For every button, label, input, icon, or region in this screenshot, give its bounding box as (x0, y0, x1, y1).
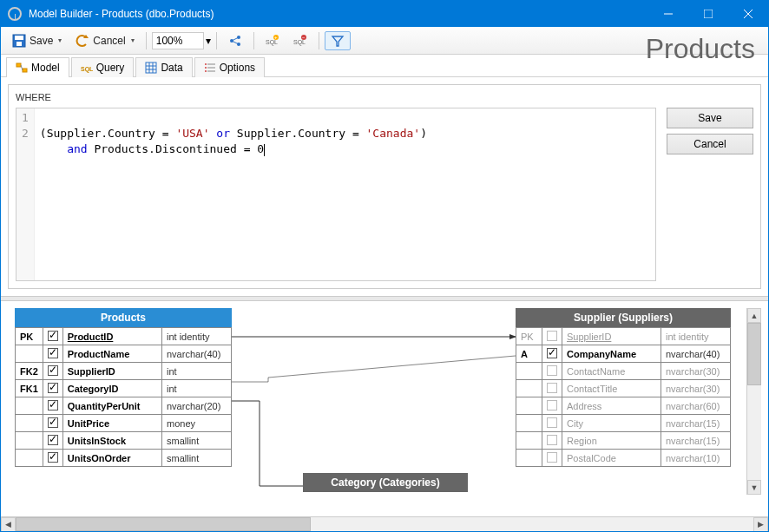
tab-options[interactable]: Options (194, 57, 265, 77)
column-name: SupplierID (62, 363, 161, 380)
entity-category[interactable]: Category (Categories) (303, 473, 468, 492)
column-checkbox[interactable] (43, 363, 62, 380)
minimize-button[interactable] (648, 1, 688, 27)
page-title: Products (646, 33, 755, 65)
scroll-down-button[interactable]: ▼ (747, 480, 761, 495)
entity-products[interactable]: Products PKProductIDint identityProductN… (15, 308, 232, 467)
sql-plus-icon: SQL+ (266, 34, 279, 48)
entity-column-row[interactable]: ProductNamenvarchar(40) (16, 345, 232, 363)
svg-rect-6 (16, 42, 22, 46)
entity-supplier[interactable]: Supplier (Suppliers) PKSupplierIDint ide… (516, 308, 731, 467)
entity-column-row[interactable]: UnitsInStocksmallint (16, 432, 232, 450)
column-name: Region (562, 432, 661, 450)
chevron-down-icon: ▾ (58, 36, 62, 44)
maximize-button[interactable] (688, 1, 728, 27)
key-cell: A (516, 345, 542, 363)
tab-model[interactable]: Model (6, 57, 69, 77)
entity-column-row[interactable]: UnitsOnOrdersmallint (16, 450, 232, 467)
entity-title[interactable]: Supplier (Suppliers) (516, 308, 731, 327)
app-icon (8, 7, 22, 21)
zoom-input[interactable] (152, 32, 204, 49)
zoom-combo[interactable]: ▾ (152, 32, 211, 49)
scroll-left-button[interactable]: ◀ (1, 517, 16, 532)
entity-title[interactable]: Category (Categories) (303, 473, 468, 492)
entity-column-row[interactable]: FK2SupplierIDint (16, 363, 232, 380)
entity-column-row[interactable]: Addressnvarchar(60) (516, 397, 731, 415)
entity-column-row[interactable]: PostalCodenvarchar(10) (516, 450, 731, 467)
column-type: smallint (162, 450, 232, 467)
save-button[interactable]: Save ▾ (6, 31, 68, 50)
key-cell (16, 397, 43, 415)
key-cell (16, 415, 43, 432)
entity-title[interactable]: Products (15, 308, 232, 327)
svg-line-12 (232, 41, 239, 44)
column-checkbox[interactable] (542, 345, 562, 363)
entity-column-row[interactable]: ACompanyNamenvarchar(40) (516, 345, 731, 363)
column-name: ProductID (62, 328, 161, 345)
where-cancel-button[interactable]: Cancel (667, 134, 753, 154)
svg-text:SQL: SQL (266, 39, 278, 46)
tab-data[interactable]: Data (135, 57, 192, 77)
entity-column-row[interactable]: ContactTitlenvarchar(30) (516, 380, 731, 397)
where-editor[interactable]: 1 2 (Supplier.Country = 'USA' or Supplie… (16, 108, 656, 281)
column-checkbox[interactable] (43, 345, 62, 363)
key-cell: PK (16, 328, 43, 345)
column-checkbox[interactable] (542, 415, 562, 432)
horizontal-scrollbar[interactable]: ◀ ▶ (1, 516, 768, 531)
column-checkbox[interactable] (43, 397, 62, 415)
key-cell (516, 363, 542, 380)
vertical-scrollbar[interactable]: ▲ ▼ (746, 308, 761, 495)
entity-column-row[interactable]: PKSupplierIDint identity (516, 328, 731, 345)
svg-line-11 (232, 37, 239, 41)
remove-sql-button[interactable]: SQL− (287, 31, 313, 50)
column-checkbox[interactable] (43, 432, 62, 450)
column-name: CategoryID (62, 380, 161, 397)
tab-query[interactable]: SQL Query (71, 57, 135, 77)
code-text[interactable]: (Supplier.Country = 'USA' or Supplier.Co… (35, 108, 432, 280)
column-type: nvarchar(15) (661, 432, 731, 450)
column-checkbox[interactable] (43, 380, 62, 397)
column-checkbox[interactable] (542, 397, 562, 415)
entity-column-row[interactable]: Citynvarchar(15) (516, 415, 731, 432)
column-checkbox[interactable] (542, 450, 562, 467)
column-checkbox[interactable] (43, 328, 62, 345)
svg-text:SQL: SQL (293, 39, 306, 46)
chevron-down-icon[interactable]: ▾ (206, 35, 211, 47)
column-checkbox[interactable] (43, 450, 62, 467)
svg-rect-21 (23, 69, 27, 72)
column-name: ProductName (62, 345, 161, 363)
svg-rect-1 (704, 10, 713, 18)
column-type: int identity (661, 328, 731, 345)
entity-column-row[interactable]: FK1CategoryIDint (16, 380, 232, 397)
entity-column-row[interactable]: QuantityPerUnitnvarchar(20) (16, 397, 232, 415)
column-checkbox[interactable] (43, 415, 62, 432)
add-sql-button[interactable]: SQL+ (260, 31, 286, 50)
key-cell (516, 397, 542, 415)
diagram-area[interactable]: Products PKProductIDint identityProductN… (8, 308, 761, 509)
column-type: int identity (162, 328, 232, 345)
column-checkbox[interactable] (542, 363, 562, 380)
where-save-button[interactable]: Save (667, 108, 753, 128)
cancel-button[interactable]: Cancel ▾ (69, 31, 140, 50)
column-name: UnitPrice (62, 415, 161, 432)
scroll-thumb[interactable] (16, 517, 311, 531)
column-type: nvarchar(60) (661, 397, 731, 415)
scroll-thumb[interactable] (747, 323, 761, 385)
column-type: nvarchar(40) (162, 345, 232, 363)
share-button[interactable] (222, 31, 248, 50)
entity-column-row[interactable]: ContactNamenvarchar(30) (516, 363, 731, 380)
close-button[interactable] (728, 1, 768, 27)
titlebar[interactable]: Model Builder - Products (dbo.Products) (1, 1, 768, 27)
column-checkbox[interactable] (542, 380, 562, 397)
column-name: PostalCode (562, 450, 661, 467)
column-checkbox[interactable] (542, 328, 562, 345)
column-checkbox[interactable] (542, 432, 562, 450)
splitter[interactable] (1, 296, 768, 301)
scroll-up-button[interactable]: ▲ (747, 308, 761, 323)
entity-column-row[interactable]: Regionnvarchar(15) (516, 432, 731, 450)
entity-column-row[interactable]: UnitPricemoney (16, 415, 232, 432)
scroll-right-button[interactable]: ▶ (753, 517, 768, 532)
filter-button[interactable] (325, 31, 351, 50)
entity-column-row[interactable]: PKProductIDint identity (16, 328, 232, 345)
svg-rect-24 (146, 62, 156, 73)
